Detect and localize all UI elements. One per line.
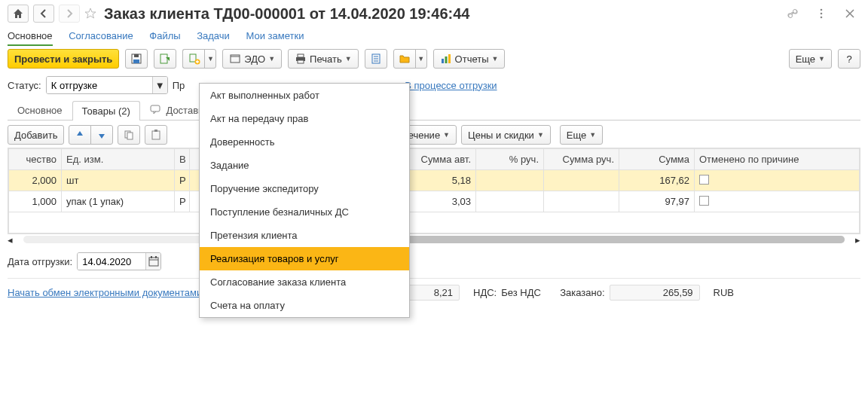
ship-date-label: Дата отгрузки:	[8, 256, 72, 267]
svg-point-3	[821, 9, 823, 11]
menu-item[interactable]: Задание	[200, 154, 409, 177]
folder-caret[interactable]: ▼	[415, 49, 427, 69]
table-row[interactable]: 1,000 упак (1 упак) P 0 3,03 97,97	[9, 191, 860, 212]
svg-rect-27	[155, 256, 157, 258]
folder-button[interactable]	[393, 49, 416, 69]
menu-item[interactable]: Поступление безналичных ДС	[200, 200, 409, 224]
currency-label: RUB	[714, 287, 734, 298]
nav-main[interactable]: Основное	[8, 30, 53, 46]
create-based-on-menu: Акт выполненных работ Акт на передачу пр…	[199, 83, 410, 308]
save-button[interactable]	[125, 49, 148, 69]
status-label: Статус:	[8, 80, 41, 91]
cancelled-checkbox[interactable]	[699, 175, 709, 185]
svg-rect-8	[133, 60, 139, 63]
add-row-button[interactable]: Добавить	[8, 125, 64, 145]
nav-links: Основное Согласование Файлы Задачи Мои з…	[8, 30, 860, 41]
ship-date-input[interactable]	[78, 253, 145, 270]
status-combo[interactable]: ▼	[46, 76, 168, 94]
back-button[interactable]	[33, 5, 54, 23]
svg-line-2	[792, 13, 793, 14]
svg-rect-24	[154, 130, 157, 132]
col-uom[interactable]: Ед. изм.	[62, 149, 175, 170]
post-and-close-button[interactable]: Провести и закрыть	[8, 49, 119, 69]
table-more-button[interactable]: Еще▼	[560, 125, 603, 145]
ship-date-field[interactable]	[77, 252, 161, 270]
prices-discounts-button[interactable]: Цены и скидки▼	[461, 125, 551, 145]
col-cancelled[interactable]: Отменено по причине	[695, 149, 860, 170]
col-sum-auto[interactable]: Сумма авт.	[401, 149, 476, 170]
status-combo-caret[interactable]: ▼	[152, 77, 167, 93]
svg-rect-26	[151, 256, 152, 258]
paste-button[interactable]	[145, 125, 167, 145]
vat-label: НДС:	[473, 287, 497, 298]
post-button[interactable]	[154, 49, 176, 69]
svg-rect-25	[149, 258, 158, 266]
cancelled-checkbox[interactable]	[699, 196, 709, 206]
horizontal-scrollbar[interactable]: ◂▸	[8, 234, 860, 245]
calendar-icon[interactable]	[145, 253, 160, 270]
create-based-on-caret[interactable]: ▼	[204, 49, 216, 69]
nav-files[interactable]: Файлы	[149, 30, 180, 44]
svg-rect-13	[298, 54, 304, 57]
col-qty[interactable]: чество	[9, 149, 62, 170]
menu-item[interactable]: Поручение экспедитору	[200, 177, 409, 200]
comment-icon	[150, 105, 164, 116]
svg-rect-9	[160, 54, 167, 63]
favorite-star-icon[interactable]	[84, 8, 96, 20]
ordered-label: Заказано:	[560, 287, 604, 298]
tab-main[interactable]: Основное	[8, 100, 72, 120]
nav-tasks[interactable]: Задачи	[197, 30, 230, 44]
menu-item[interactable]: Акт выполненных работ	[200, 84, 409, 107]
svg-rect-22	[127, 133, 133, 139]
svg-point-5	[821, 17, 823, 19]
menu-item[interactable]: Акт на передачу прав	[200, 107, 409, 130]
col-pct-manual[interactable]: % руч.	[476, 149, 544, 170]
menu-item[interactable]: Согласование заказа клиента	[200, 270, 409, 294]
svg-rect-15	[298, 60, 304, 63]
svg-rect-20	[151, 105, 160, 111]
menu-item[interactable]: Реализация товаров и услуг	[200, 247, 409, 270]
svg-rect-17	[442, 59, 444, 63]
move-up-button[interactable]	[69, 125, 91, 145]
vat-value: Без НДС	[501, 287, 546, 298]
move-down-button[interactable]	[90, 125, 113, 145]
col-v[interactable]: В	[175, 149, 190, 170]
forward-button[interactable]	[59, 5, 80, 23]
window-title: Заказ клиента ТД00-000001 от 14.04.2020 …	[104, 5, 778, 23]
home-button[interactable]	[8, 5, 29, 23]
col-sum-manual[interactable]: Сумма руч.	[544, 149, 619, 170]
edo-button[interactable]: ЭДО ▼	[222, 49, 282, 69]
shipping-process-link[interactable]: В процессе отгрузки	[405, 80, 497, 91]
create-based-on-button[interactable]	[182, 49, 205, 69]
print-button[interactable]: Печать ▼	[288, 49, 359, 69]
col-sum[interactable]: Сумма	[619, 149, 695, 170]
svg-rect-18	[445, 56, 447, 63]
document-icon-button[interactable]	[365, 49, 387, 69]
svg-point-1	[793, 10, 797, 14]
nav-notes[interactable]: Мои заметки	[246, 30, 304, 44]
copy-button[interactable]	[118, 125, 140, 145]
reports-button[interactable]: Отчеты ▼	[433, 49, 506, 69]
svg-rect-7	[134, 54, 139, 57]
svg-point-0	[789, 14, 793, 18]
table-row[interactable]: 2,000 шт P 0 5,18 167,62	[9, 170, 860, 191]
help-button[interactable]: ?	[838, 49, 860, 69]
attach-link-icon[interactable]	[782, 5, 803, 23]
status-input[interactable]	[47, 77, 152, 93]
more-button[interactable]: Еще ▼	[789, 49, 832, 69]
menu-item[interactable]: Доверенность	[200, 130, 409, 154]
nav-approval[interactable]: Согласование	[69, 30, 133, 44]
svg-point-4	[821, 13, 823, 15]
kebab-menu-icon[interactable]	[811, 5, 832, 23]
svg-rect-23	[152, 131, 160, 139]
svg-rect-19	[448, 54, 451, 63]
tab-goods[interactable]: Товары (2)	[72, 101, 140, 121]
priority-label-cut: Пр	[173, 80, 185, 91]
ordered-value: 265,59	[610, 285, 700, 301]
goods-grid[interactable]: чество Ед. изм. В 0 Сумма авт. % руч. Су…	[8, 148, 860, 234]
svg-rect-10	[190, 54, 196, 62]
close-button[interactable]	[839, 5, 860, 23]
menu-item[interactable]: Счета на оплату	[200, 294, 409, 308]
menu-item[interactable]: Претензия клиента	[200, 224, 409, 247]
